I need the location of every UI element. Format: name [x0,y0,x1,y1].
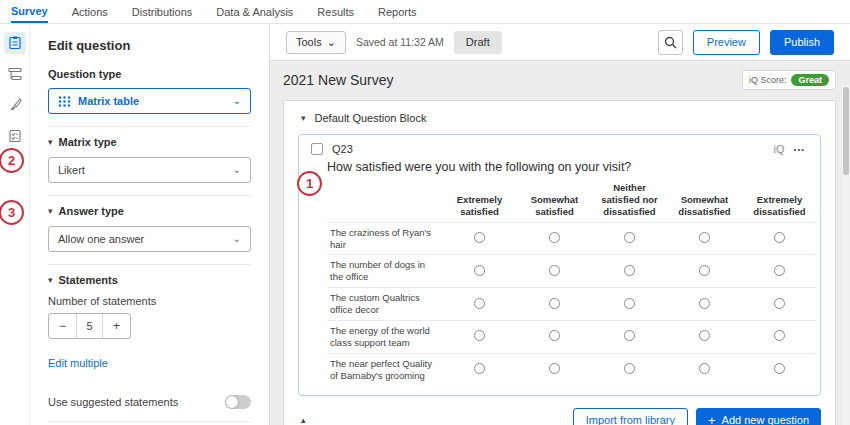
radio-button[interactable] [624,265,635,276]
radio-button[interactable] [549,232,560,243]
look-and-feel-icon[interactable] [4,94,26,116]
radio-button[interactable] [474,298,485,309]
statement-label[interactable]: The craziness of Ryan's hair [327,222,442,255]
question-id: Q23 [332,143,353,155]
question-menu-icon[interactable]: ••• [794,145,805,154]
answer-type-section-toggle[interactable]: ▾ Answer type [48,205,251,217]
tools-button[interactable]: Tools ⌄ [286,31,346,54]
table-row: The number of dogs in the office [327,255,817,288]
save-status: Saved at 11:32 AM [356,36,444,48]
radio-button[interactable] [624,363,635,374]
table-row: The craziness of Ryan's hair [327,222,817,255]
block-collapse-icon[interactable]: ▾ [301,114,306,123]
matrix-type-section-toggle[interactable]: ▾ Matrix type [48,136,251,148]
block-collapse-up-icon[interactable]: ▴ [301,415,306,425]
matrix-type-select[interactable]: Likert ⌄ [48,157,251,183]
survey-builder-icon[interactable] [4,32,26,54]
radio-button[interactable] [774,298,785,309]
survey-flow-icon[interactable] [4,63,26,85]
chevron-down-icon: ⌄ [327,36,336,49]
annotation-circle-1: 1 [297,171,322,196]
nav-tab-results[interactable]: Results [317,0,354,23]
column-header: Somewhat satisfied [517,178,592,222]
radio-button[interactable] [699,363,710,374]
radio-button[interactable] [549,330,560,341]
import-from-library-button[interactable]: Import from library [573,408,688,425]
radio-button[interactable] [624,232,635,243]
question-checkbox[interactable] [311,143,323,155]
radio-button[interactable] [474,330,485,341]
block-title: Default Question Block [315,112,427,124]
radio-button[interactable] [699,265,710,276]
statements-count-value: 5 [76,314,103,338]
radio-button[interactable] [474,232,485,243]
statements-section-toggle[interactable]: ▾ Statements [48,274,251,286]
radio-button[interactable] [474,363,485,374]
annotation-circle-3: 3 [0,200,24,225]
suggested-statements-label: Use suggested statements [48,396,178,408]
radio-button[interactable] [774,265,785,276]
tools-button-label: Tools [296,36,322,48]
column-header: Extremely dissatisfied [742,178,817,222]
plus-icon: + [708,414,716,425]
question-iq-button[interactable]: iQ [774,143,785,155]
iq-score-badge: Great [791,74,829,86]
matrix-type-value: Likert [58,164,233,176]
caret-down-icon: ▾ [48,276,53,285]
radio-button[interactable] [624,330,635,341]
statement-label[interactable]: The energy of the world class support te… [327,320,442,353]
question-block: ▾ Default Question Block Q23 iQ ••• How … [283,100,836,425]
radio-button[interactable] [699,330,710,341]
survey-options-icon[interactable] [4,125,26,147]
statement-label[interactable]: The near perfect Quality of Barnaby's gr… [327,353,442,385]
radio-button[interactable] [549,363,560,374]
caret-down-icon: ▾ [48,138,53,147]
statements-label: Statements [59,274,118,286]
question-card[interactable]: Q23 iQ ••• How satisfied were you with t… [298,134,821,396]
annotation-circle-2: 2 [0,148,24,173]
decrement-button[interactable]: − [49,314,76,338]
add-new-question-button[interactable]: + Add new question [696,408,821,425]
column-header: Somewhat dissatisfied [667,178,742,222]
question-text[interactable]: How satisfied were you with the followin… [327,160,808,174]
question-type-label: Question type [48,68,251,80]
column-header: Extremely satisfied [442,178,517,222]
statement-label[interactable]: The custom Qualtrics office decor [327,288,442,321]
radio-button[interactable] [549,298,560,309]
answer-type-label: Answer type [59,205,124,217]
statement-label[interactable]: The number of dogs in the office [327,255,442,288]
nav-tab-data-analysis[interactable]: Data & Analysis [216,0,293,23]
search-button[interactable] [658,30,683,55]
iq-score-label: iQ Score: [749,75,787,85]
question-type-value: Matrix table [78,95,233,107]
preview-button[interactable]: Preview [693,30,760,55]
suggested-statements-toggle[interactable] [225,395,251,409]
radio-button[interactable] [774,330,785,341]
increment-button[interactable]: + [103,314,130,338]
caret-down-icon: ▾ [48,207,53,216]
iq-score-chip[interactable]: iQ Score: Great [742,70,836,90]
matrix-header-row: Extremely satisfied Somewhat satisfied N… [327,178,817,222]
radio-button[interactable] [774,363,785,374]
scrollbar-thumb[interactable] [843,87,849,175]
top-nav: Survey Actions Distributions Data & Anal… [0,0,850,24]
draft-tab[interactable]: Draft [454,31,502,54]
radio-button[interactable] [699,298,710,309]
radio-button[interactable] [474,265,485,276]
radio-button[interactable] [624,298,635,309]
radio-button[interactable] [549,265,560,276]
publish-button[interactable]: Publish [770,30,834,55]
nav-tab-actions[interactable]: Actions [72,0,108,23]
nav-tab-reports[interactable]: Reports [378,0,417,23]
vertical-scrollbar[interactable] [842,85,850,425]
editor-toolbar: Tools ⌄ Saved at 11:32 AM Draft Preview … [270,24,850,61]
radio-button[interactable] [699,232,710,243]
edit-multiple-link[interactable]: Edit multiple [48,357,108,369]
chevron-down-icon: ⌄ [233,165,241,175]
nav-tab-distributions[interactable]: Distributions [132,0,193,23]
question-type-select[interactable]: Matrix table ⌄ [48,88,251,114]
radio-button[interactable] [774,232,785,243]
nav-tab-survey[interactable]: Survey [11,0,48,23]
table-row: The energy of the world class support te… [327,320,817,353]
answer-type-select[interactable]: Allow one answer ⌄ [48,226,251,252]
